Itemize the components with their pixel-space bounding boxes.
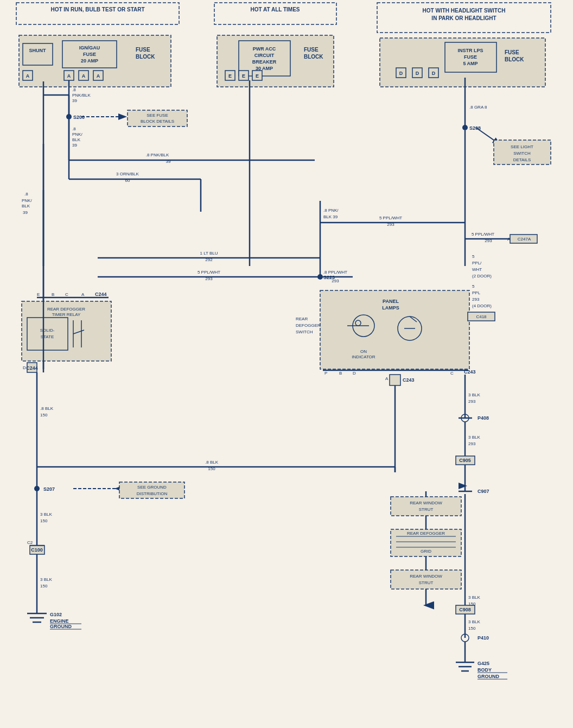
engine-ground-label2: GROUND [50,624,72,629]
wire-5-ppl-293-4d: 5 [472,284,475,289]
terminal-e2: E [242,73,245,79]
terminal-a-c244: A [81,292,85,297]
terminal-b: B [52,292,54,297]
g102-label: G102 [50,612,62,617]
svg-rect-48 [27,318,68,350]
see-light-switch-3: DETAILS [513,157,531,162]
s223-dot [317,274,323,280]
c907-label: C907 [478,489,489,494]
s208-dot [462,125,468,130]
wire-8-pnk-center: .8 PNK/ [323,208,339,213]
indicator-label: INDICATOR [352,354,375,359]
wire-3-blk-293: 3 BLK [468,393,480,397]
wire-39-hz: 39 [166,159,171,164]
relay-label-2: TIMER RELAY [52,312,81,317]
wire-5-ppl-right: 5 PPL/WHT [472,232,494,237]
terminal-d-c243: D [353,371,356,376]
panel-lamps-label2: LAMPS [382,305,399,311]
body-ground-label2: GROUND [478,674,499,679]
wire-blk-5: BLK [72,137,81,142]
wire-blk-39-center: BLK 39 [323,214,338,219]
wire-ppl-4d: PPL [472,290,481,295]
wire-293-lower: 293 [205,276,213,281]
wire-orn-blk-1: 3 ORN/BLK [116,172,139,176]
terminal-c-c243: C [450,371,454,376]
terminal-p: P [324,371,327,376]
rear-defogger-grid-1: REAR DEFOGGER [407,531,445,536]
wire-gra-8: .8 GRA 8 [469,105,487,110]
relay-label-1: REAR DEFOGGER [47,307,85,312]
terminal-d3: D [432,71,436,76]
wire-293-right: 293 [485,238,492,243]
solid-state-label2: STATE [41,334,54,339]
fuse-right-label: FUSE [464,54,477,60]
rear-defogger-sw-3: SWITCH [296,330,313,334]
rear-window-strut-bot-1: REAR WINDOW [410,574,442,579]
terminal-e1: E [228,73,232,79]
terminal-a-c243-bot: A [385,376,389,381]
wire-pnk-blk-2: PNK/BLK [72,93,91,98]
s207-label: S207 [43,486,55,492]
wire-293-top: 293 [387,222,394,227]
header-right-line2: IN PARK OR HEADLIGHT [431,15,496,21]
terminal-b-c243: B [339,371,342,376]
wire-pnk-blk-1: .8 [72,87,76,92]
20amp-label: 20 AMP [81,58,98,64]
wire-2door-293: (2 DOOR) [472,274,492,278]
left-wire-blk: BLK [22,204,30,208]
wire-lt-blu-1: 1 LT BLU [200,251,218,256]
terminal-d-c244: D [23,365,26,370]
g425-label: G425 [478,661,489,666]
terminal-a-247: A [507,237,511,242]
wire-3-blk-293-2: 3 BLK [468,435,480,440]
wire-293-s223: 293 [332,278,339,283]
c244-label: C244 [95,292,107,297]
wire-8-blk-150-hz: .8 BLK [205,460,219,465]
see-fuse-block-2: BLOCK DETAILS [141,119,174,124]
fuse-block-center1: FUSE [304,47,319,53]
wire-39-5: 39 [72,143,77,148]
wire-8-label: .8 [72,126,76,131]
wire-293-gnd: 293 [468,399,476,404]
wire-150-3: 150 [40,584,48,588]
c244-d-label: C244 [26,365,38,371]
see-ground-1: SEE GROUND [137,485,167,490]
c908-label: C908 [459,607,471,612]
terminal-a4: A [97,73,100,79]
wire-5-ppl-lower: 5 PPL/WHT [198,270,220,275]
terminal-c: C [65,292,68,297]
rear-defogger-sw-1: REAR [296,316,308,321]
wire-ppl-293-b: PPL/ [472,261,482,265]
wire-orn-blk-2: 60 [125,178,130,183]
wire-150-1: 150 [40,413,48,417]
shunt-label: SHUNT [29,48,47,53]
rear-defogger-grid-2: GRID [421,549,431,554]
left-wire-pnk: PNK/ [22,198,32,203]
terminal-a3: A [82,73,86,79]
fuse-label: FUSE [83,52,96,57]
wire-293-4d: 293 [472,297,480,302]
svg-rect-62 [390,375,400,385]
rear-window-strut-top-1: REAR WINDOW [410,501,442,505]
instr-lps-label: INSTR LPS [457,48,483,53]
fuse-block-right1: FUSE [505,49,519,55]
header-left-title: HOT IN RUN, BULB TEST OR START [50,7,144,12]
wire-ppl-wht-top: 5 PPL/WHT [379,216,402,220]
wire-8-blk-150: .8 BLK [40,406,54,411]
fuse-block-label1: FUSE [136,47,150,53]
c905-label: C905 [459,458,471,463]
see-light-switch-2: SWITCH [513,151,531,156]
header-center-title: HOT AT ALL TIMES [250,7,300,12]
svg-point-55 [355,320,361,326]
terminal-d2: D [416,71,419,76]
left-wire-8: .8 [24,192,28,197]
header-right-line1: HOT WITH HEADLIGHT SWITCH [423,8,506,14]
see-light-switch-1: SEE LIGHT [511,144,533,149]
c243-a-label: C243 [403,377,415,383]
svg-rect-93 [391,570,461,589]
wire-wht-293-c: WHT [472,267,482,272]
rear-defogger-sw-2: DEFOGGER [296,323,321,328]
c2-label: C2 [27,540,33,545]
wire-3-blk-150-r1: 3 BLK [468,595,480,600]
fuse-block-label2: BLOCK [136,54,155,60]
